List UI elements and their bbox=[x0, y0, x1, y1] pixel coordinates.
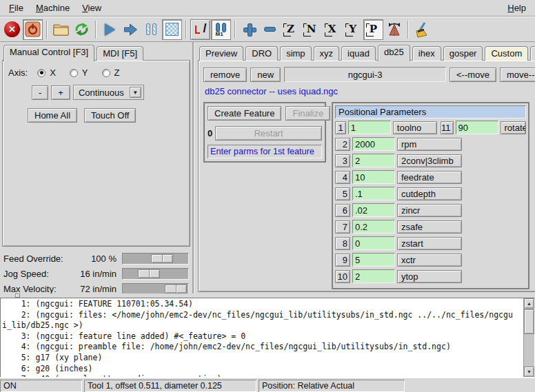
open-file-button[interactable] bbox=[51, 19, 71, 40]
feed-override-slider[interactable] bbox=[122, 253, 189, 265]
skip-lines-button[interactable]: / bbox=[190, 19, 210, 40]
scrollbar-thumb[interactable] bbox=[524, 309, 534, 334]
jog-plus-button[interactable]: + bbox=[51, 85, 70, 100]
tool-status: Tool 1, offset 0.511, diameter 0.125 bbox=[84, 380, 256, 392]
tabname-entry[interactable] bbox=[284, 67, 446, 82]
tab-ihex[interactable]: ihex bbox=[412, 46, 441, 61]
param-value-input[interactable] bbox=[352, 187, 395, 200]
chevron-down-icon: ▼ bbox=[130, 87, 141, 98]
max-velocity-slider[interactable] bbox=[122, 283, 189, 295]
menu-help[interactable]: Help bbox=[501, 1, 532, 15]
param-value-input[interactable] bbox=[352, 269, 395, 283]
positional-parameters-header: Positional Parameters bbox=[335, 105, 526, 118]
menu-view[interactable]: View bbox=[76, 1, 108, 15]
estop-button[interactable]: ✕ bbox=[2, 19, 22, 40]
jog-speed-slider[interactable] bbox=[122, 268, 189, 280]
param-value-input[interactable] bbox=[456, 121, 498, 134]
param-value-input[interactable] bbox=[352, 203, 395, 217]
axis-label: Axis: bbox=[8, 68, 28, 78]
param-number: 2 bbox=[335, 138, 350, 151]
finalize-button[interactable]: Finalize bbox=[285, 106, 330, 121]
gcode-line: 5: g17 (xy plane) bbox=[2, 353, 523, 364]
param-value-input[interactable] bbox=[352, 253, 395, 267]
reload-button[interactable] bbox=[72, 19, 92, 40]
scroll-up-icon[interactable]: ▲ bbox=[524, 298, 534, 309]
view-x-button[interactable]: X bbox=[322, 19, 342, 40]
stop-button[interactable] bbox=[162, 19, 182, 40]
status-bar: ON Tool 1, offset 0.511, diameter 0.125 … bbox=[0, 378, 535, 392]
ngcgui-db25-frame: remove new <--move move--> db25 connecto… bbox=[198, 60, 535, 292]
gcode-line: 7: g40 (cancel cutter radius compensatio… bbox=[2, 374, 523, 378]
restart-button[interactable]: Restart bbox=[215, 126, 322, 141]
create-feature-button[interactable]: Create Feature bbox=[208, 106, 281, 121]
param-value-input[interactable] bbox=[352, 236, 395, 250]
param-value-input[interactable] bbox=[352, 137, 395, 151]
tab-xyz[interactable]: xyz bbox=[314, 46, 340, 61]
menu-machine[interactable]: Machine bbox=[30, 1, 76, 15]
zoom-out-button[interactable] bbox=[260, 19, 280, 40]
max-velocity-value: 72 in/min bbox=[74, 284, 122, 294]
jog-increment-combobox[interactable]: Continuous ▼ bbox=[73, 85, 144, 100]
tab-db25[interactable]: db25 bbox=[378, 45, 410, 61]
param-value-input[interactable] bbox=[352, 170, 395, 184]
scroll-down-icon[interactable]: ▼ bbox=[524, 367, 534, 377]
menu-file[interactable]: File bbox=[3, 1, 30, 15]
param-name-label: rpm bbox=[397, 138, 462, 151]
optional-stop-button[interactable]: M1 bbox=[211, 19, 231, 40]
vertical-scrollbar[interactable]: ▲ ▼ bbox=[523, 298, 534, 377]
rotate-view-button[interactable] bbox=[384, 19, 404, 40]
axis-y-radio[interactable] bbox=[70, 69, 78, 77]
zoom-out-icon bbox=[264, 27, 276, 32]
max-velocity-slider-handle[interactable] bbox=[165, 285, 187, 293]
step-button[interactable] bbox=[121, 19, 141, 40]
new-tab-button[interactable]: new bbox=[250, 68, 281, 82]
tab-manual-control[interactable]: Manual Control [F3] bbox=[3, 45, 94, 61]
power-icon bbox=[25, 21, 41, 37]
feed-override-slider-handle[interactable] bbox=[151, 254, 173, 263]
param-value-input[interactable] bbox=[352, 220, 395, 234]
gcode-line: 1: (ngcgui: FEATURE 110701:05.34.54) bbox=[2, 299, 523, 310]
param-number: 7 bbox=[335, 220, 350, 234]
jog-minus-button[interactable]: - bbox=[32, 85, 48, 100]
run-button[interactable] bbox=[100, 19, 120, 40]
tab-preview[interactable]: Preview bbox=[199, 46, 243, 61]
view-z-button[interactable]: Z bbox=[281, 19, 301, 40]
param-value-input[interactable] bbox=[352, 154, 395, 167]
param-number: 4 bbox=[335, 171, 350, 184]
tab-gosper[interactable]: gosper bbox=[443, 46, 483, 61]
tab-custom[interactable]: Custom bbox=[485, 46, 528, 61]
toolbar-separator bbox=[185, 21, 187, 39]
toolbar-separator bbox=[95, 21, 97, 39]
machine-power-button[interactable] bbox=[23, 19, 43, 40]
tab-dro[interactable]: DRO bbox=[245, 46, 278, 61]
view-z2-button[interactable]: N bbox=[301, 19, 321, 40]
view-y-button[interactable]: Y bbox=[343, 19, 363, 40]
axis-x-radio[interactable] bbox=[37, 69, 46, 77]
param-number: 3 bbox=[335, 154, 350, 167]
subroutine-description: db25 connector -- uses iquad.ngc bbox=[205, 86, 535, 96]
zoom-in-button[interactable] bbox=[239, 19, 259, 40]
touch-off-button[interactable]: Touch Off bbox=[84, 108, 136, 123]
tab-ttt[interactable]: ttt bbox=[530, 46, 535, 61]
tab-mdi[interactable]: MDI [F5] bbox=[97, 46, 143, 61]
move-left-button[interactable]: <--move bbox=[450, 68, 496, 82]
param-name-label: xctr bbox=[397, 254, 462, 267]
home-all-button[interactable]: Home All bbox=[28, 108, 77, 123]
move-right-button[interactable]: move--> bbox=[500, 68, 535, 82]
gcode-text-area[interactable]: 1: (ngcgui: FEATURE 110701:05.34.54) 2: … bbox=[0, 298, 535, 378]
param-row: 8 zstart bbox=[335, 236, 526, 250]
param-value-input[interactable] bbox=[348, 121, 391, 134]
remove-tab-button[interactable]: remove bbox=[203, 68, 247, 82]
param-number: 10 bbox=[335, 270, 350, 283]
zoom-in-icon bbox=[243, 23, 255, 35]
view-z-icon: Z bbox=[284, 22, 297, 37]
tab-iquad[interactable]: iquad bbox=[341, 46, 376, 61]
axis-z-radio[interactable] bbox=[102, 69, 110, 77]
view-p-button[interactable]: P bbox=[363, 19, 383, 40]
pause-button[interactable] bbox=[141, 19, 161, 40]
tab-simp[interactable]: simp bbox=[280, 46, 311, 61]
stop-icon bbox=[165, 23, 179, 36]
jog-speed-slider-handle[interactable] bbox=[138, 269, 160, 278]
menu-bar: File Machine View Help bbox=[0, 0, 535, 17]
clear-plot-button[interactable] bbox=[412, 19, 432, 40]
